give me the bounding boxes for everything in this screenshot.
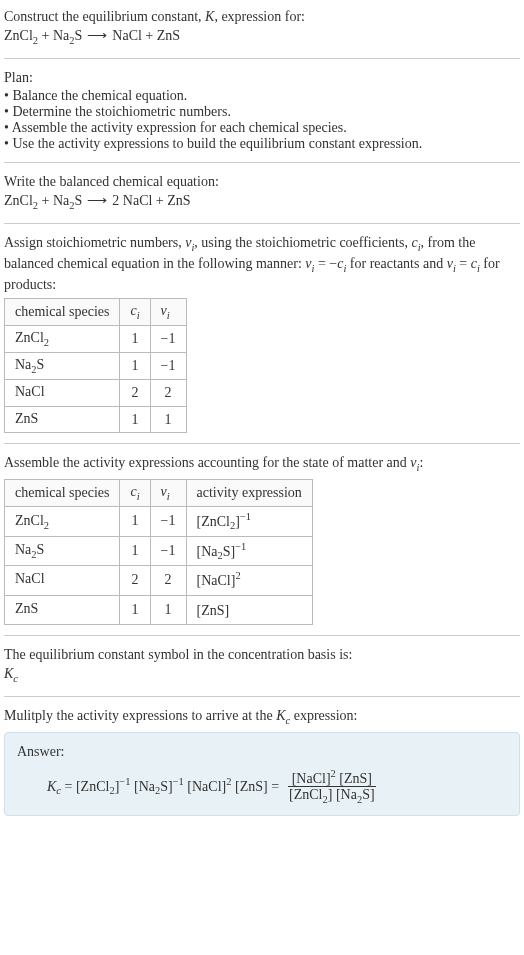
cell-c: 1: [120, 353, 150, 380]
col-species: chemical species: [5, 480, 120, 507]
subscript: i: [167, 491, 170, 502]
cell-nu: −1: [150, 536, 186, 565]
activity-intro: Assemble the activity expressions accoun…: [4, 454, 520, 475]
plan-item: Balance the chemical equation.: [4, 88, 520, 104]
table-row: ZnCl2 1 −1: [5, 326, 187, 353]
var-Kc: K: [47, 779, 56, 794]
text: ZnS: [15, 601, 38, 616]
table-row: NaCl 2 2: [5, 379, 187, 406]
answer-expression: Kc = [ZnCl2]−1 [Na2S]−1 [NaCl]2 [ZnS] = …: [17, 768, 507, 805]
superscript: −1: [119, 776, 130, 787]
basis-symbol: Kc: [4, 665, 520, 686]
activity-section: Assemble the activity expressions accoun…: [4, 454, 520, 625]
stoich-intro: Assign stoichiometric numbers, νi, using…: [4, 234, 520, 295]
plan-item: Use the activity expressions to build th…: [4, 136, 520, 152]
col-species: chemical species: [5, 299, 120, 326]
cell-activity: [Na2S]−1: [186, 536, 312, 565]
stoich-table: chemical species ci νi ZnCl2 1 −1 Na2S 1…: [4, 298, 187, 433]
text: Assign stoichiometric numbers,: [4, 235, 185, 250]
superscript: −1: [173, 776, 184, 787]
cell-c: 2: [120, 379, 150, 406]
text: [ZnCl: [289, 787, 322, 802]
cell-activity: [ZnS]: [186, 595, 312, 624]
text: [Na: [130, 779, 155, 794]
text: [ZnS]: [336, 770, 372, 785]
cell-c: 1: [120, 326, 150, 353]
fraction: [NaCl]2 [ZnS] [ZnCl2] [Na2S]: [285, 768, 379, 805]
plan-item: Assemble the activity expression for eac…: [4, 120, 520, 136]
table-row: Na2S 1 −1: [5, 353, 187, 380]
subscript: i: [167, 310, 170, 321]
subscript: 2: [44, 519, 49, 530]
arrow: ⟶: [82, 193, 112, 208]
cell-species: ZnS: [5, 595, 120, 624]
eq: = −: [314, 256, 337, 271]
text: [ZnCl: [197, 514, 230, 529]
col-c: ci: [120, 299, 150, 326]
cell-nu: 2: [150, 379, 186, 406]
text: ZnCl: [15, 330, 44, 345]
species: Na: [53, 193, 69, 208]
cell-c: 1: [120, 595, 150, 624]
cell-c: 1: [120, 507, 150, 536]
species: ZnCl: [4, 193, 33, 208]
text: [NaCl]: [184, 779, 226, 794]
text: [NaCl]: [292, 770, 331, 785]
activity-table: chemical species ci νi activity expressi…: [4, 479, 313, 625]
stoich-section: Assign stoichiometric numbers, νi, using…: [4, 234, 520, 434]
cell-species: ZnS: [5, 406, 120, 433]
balanced-intro: Write the balanced chemical equation:: [4, 173, 520, 192]
basis-line: The equilibrium constant symbol in the c…: [4, 646, 520, 665]
table-row: ZnS 1 1: [5, 406, 187, 433]
cell-c: 1: [120, 536, 150, 565]
species: 2 NaCl + ZnS: [112, 193, 190, 208]
col-nu: νi: [150, 299, 186, 326]
subscript: 2: [44, 337, 49, 348]
divider: [4, 223, 520, 224]
text: , expression for:: [214, 9, 305, 24]
divider: [4, 162, 520, 163]
text: S]: [223, 543, 235, 558]
cell-species: NaCl: [5, 379, 120, 406]
subscript: i: [137, 491, 140, 502]
cell-nu: −1: [150, 353, 186, 380]
text: ZnS: [15, 411, 38, 426]
cell-species: Na2S: [5, 353, 120, 380]
arrow: ⟶: [82, 28, 112, 43]
table-header-row: chemical species ci νi: [5, 299, 187, 326]
text: [Na: [332, 787, 357, 802]
eq: =: [456, 256, 471, 271]
text: NaCl: [15, 571, 45, 586]
table-row: ZnCl2 1 −1 [ZnCl2]−1: [5, 507, 313, 536]
superscript: 2: [235, 570, 240, 581]
table-row: Na2S 1 −1 [Na2S]−1: [5, 536, 313, 565]
prompt-equation: ZnCl2 + Na2S ⟶ NaCl + ZnS: [4, 27, 520, 48]
table-header-row: chemical species ci νi activity expressi…: [5, 480, 313, 507]
text: NaCl: [15, 384, 45, 399]
answer-box: Answer: Kc = [ZnCl2]−1 [Na2S]−1 [NaCl]2 …: [4, 732, 520, 816]
cell-activity: [ZnCl2]−1: [186, 507, 312, 536]
basis-section: The equilibrium constant symbol in the c…: [4, 646, 520, 686]
cell-nu: 1: [150, 595, 186, 624]
cell-species: ZnCl2: [5, 326, 120, 353]
multiply-intro: Mulitply the activity expressions to arr…: [4, 707, 520, 728]
text: expression:: [290, 708, 357, 723]
numerator: [NaCl]2 [ZnS]: [288, 768, 376, 788]
divider: [4, 443, 520, 444]
text: [NaCl]: [197, 573, 236, 588]
cell-species: NaCl: [5, 566, 120, 595]
text: ZnCl: [15, 513, 44, 528]
text: Na: [15, 357, 31, 372]
text: S]: [362, 787, 374, 802]
table-row: ZnS 1 1 [ZnS]: [5, 595, 313, 624]
text: [ZnS] =: [231, 779, 279, 794]
plan-title: Plan:: [4, 69, 520, 88]
text: for reactants and: [346, 256, 446, 271]
text: Construct the equilibrium constant,: [4, 9, 205, 24]
text: [ZnCl: [76, 779, 109, 794]
multiply-section: Mulitply the activity expressions to arr…: [4, 707, 520, 816]
cell-nu: 1: [150, 406, 186, 433]
cell-species: Na2S: [5, 536, 120, 565]
subscript: i: [137, 310, 140, 321]
text: [ZnS]: [197, 602, 230, 617]
